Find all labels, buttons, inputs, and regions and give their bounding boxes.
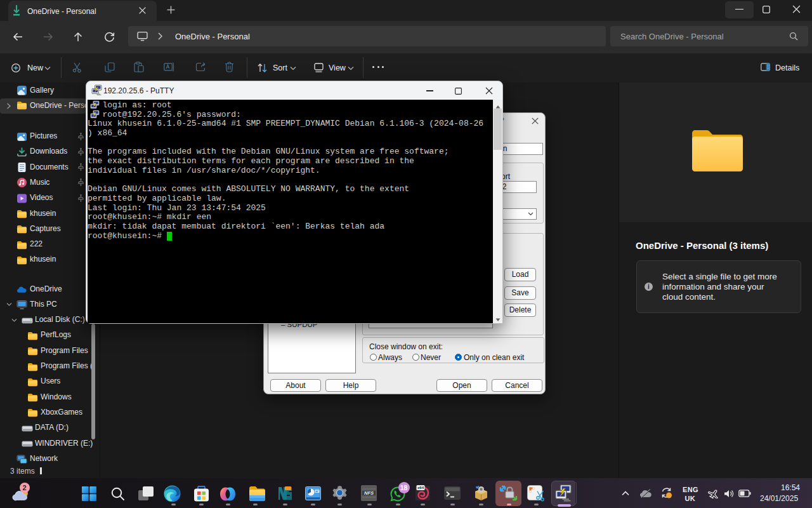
svg-text:NFS: NFS: [364, 490, 374, 496]
svg-text:x64: x64: [417, 486, 424, 490]
